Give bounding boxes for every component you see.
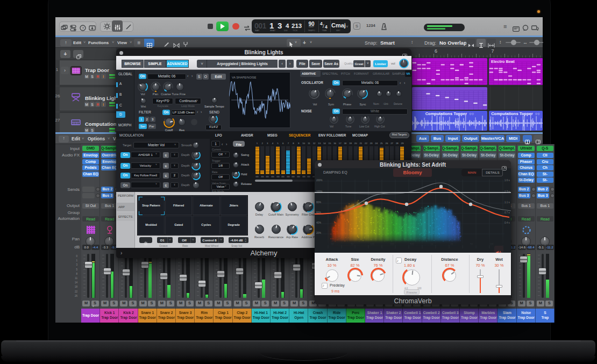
svg-text:?: ? <box>82 25 84 30</box>
